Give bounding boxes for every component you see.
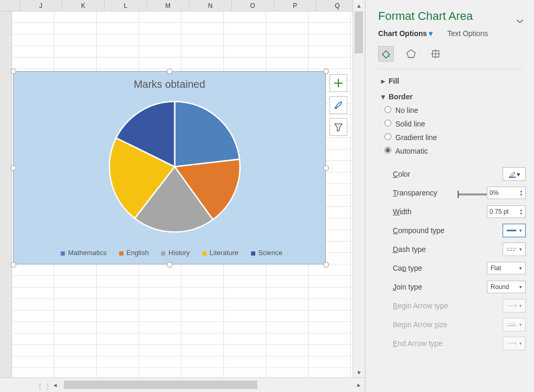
prop-cap: Cap type Flat▾ bbox=[393, 259, 534, 278]
section-fill[interactable]: ▸Fill bbox=[381, 77, 534, 85]
border-properties: Color ▾ Transparency 0%▲▼ Width 0.75 pt▲… bbox=[393, 165, 534, 353]
resize-handle[interactable] bbox=[167, 68, 173, 74]
fill-line-category[interactable] bbox=[378, 46, 394, 62]
end-arrow-type-button: ▾ bbox=[503, 337, 526, 350]
arrow-type-icon bbox=[506, 341, 517, 346]
expand-down-icon: ▾ bbox=[381, 93, 389, 101]
brush-icon bbox=[333, 100, 344, 110]
scroll-left-button[interactable]: ◂ bbox=[50, 380, 60, 389]
compound-line-icon bbox=[506, 228, 517, 233]
pencil-icon bbox=[508, 170, 517, 178]
dash-line-icon bbox=[506, 247, 517, 252]
radio-gradient-line[interactable]: Gradient line bbox=[384, 133, 534, 142]
prop-end-arrow-type: End Arrow type ▾ bbox=[393, 334, 534, 353]
chart-legend[interactable]: MathematicsEnglishHistoryLiteratureScien… bbox=[14, 249, 325, 257]
transparency-slider[interactable] bbox=[458, 193, 487, 195]
col-header-spacer bbox=[0, 0, 20, 11]
legend-item[interactable]: English bbox=[115, 249, 149, 257]
cap-type-select[interactable]: Flat▾ bbox=[487, 262, 526, 274]
prop-join: Join type Round▾ bbox=[393, 278, 534, 296]
col-header[interactable]: N bbox=[189, 0, 232, 11]
svg-rect-0 bbox=[335, 107, 337, 109]
arrow-size-icon bbox=[506, 322, 517, 327]
col-header[interactable]: K bbox=[62, 0, 105, 11]
panel-title: Format Chart Area bbox=[378, 9, 534, 23]
scroll-right-button[interactable]: ▸ bbox=[354, 380, 363, 389]
prop-compound: Compound type ▾ bbox=[393, 221, 534, 240]
legend-item[interactable]: Mathematics bbox=[56, 249, 107, 257]
svg-rect-2 bbox=[509, 177, 516, 178]
join-type-select[interactable]: Round▾ bbox=[487, 281, 526, 293]
radio-solid-line[interactable]: Solid line bbox=[384, 120, 534, 128]
resize-handle[interactable] bbox=[323, 68, 329, 74]
legend-item[interactable]: History bbox=[157, 249, 189, 257]
legend-item[interactable]: Literature bbox=[198, 249, 238, 257]
transparency-input[interactable]: 0%▲▼ bbox=[487, 187, 526, 199]
radio-no-line[interactable]: No line bbox=[384, 106, 534, 114]
prop-begin-arrow-type: Begin Arrow type ▾ bbox=[393, 296, 534, 315]
resize-handle[interactable] bbox=[10, 262, 16, 268]
prop-dash: Dash type ▾ bbox=[393, 240, 534, 259]
color-picker-button[interactable]: ▾ bbox=[503, 167, 526, 181]
panel-menu-button[interactable] bbox=[516, 18, 524, 26]
effects-category[interactable] bbox=[403, 46, 419, 62]
dash-type-button[interactable]: ▾ bbox=[503, 243, 526, 256]
chart-title[interactable]: Marks obtained bbox=[14, 78, 325, 90]
chart-filter-button[interactable] bbox=[330, 118, 347, 136]
prop-width: Width 0.75 pt▲▼ bbox=[393, 202, 534, 221]
prop-color: Color ▾ bbox=[393, 165, 534, 183]
scroll-thumb[interactable] bbox=[355, 11, 363, 53]
panel-category-icons bbox=[378, 46, 534, 63]
col-header[interactable]: L bbox=[105, 0, 147, 11]
begin-arrow-type-button: ▾ bbox=[503, 299, 526, 313]
resize-handle[interactable] bbox=[10, 165, 16, 171]
begin-arrow-size-button: ▾ bbox=[503, 318, 526, 331]
chart-add-button[interactable] bbox=[330, 74, 347, 92]
expand-right-icon: ▸ bbox=[381, 77, 389, 85]
pentagon-icon bbox=[405, 48, 417, 60]
compound-type-button[interactable]: ▾ bbox=[503, 224, 526, 237]
resize-handle[interactable] bbox=[10, 68, 16, 74]
chevron-down-icon bbox=[516, 19, 524, 24]
radio-automatic[interactable]: Automatic bbox=[384, 147, 534, 155]
chart-action-buttons bbox=[330, 74, 348, 140]
prop-transparency: Transparency 0%▲▼ bbox=[393, 183, 534, 202]
scroll-down-button[interactable]: ▾ bbox=[353, 367, 365, 377]
prop-begin-arrow-size: Begin Arrow size ▾ bbox=[393, 315, 534, 334]
arrow-type-icon bbox=[506, 303, 517, 308]
tab-text-options[interactable]: Text Options bbox=[447, 29, 488, 38]
col-header[interactable]: M bbox=[147, 0, 189, 11]
column-headers: J K L M N O P Q bbox=[0, 0, 365, 11]
pie-chart[interactable] bbox=[107, 99, 243, 235]
resize-handle[interactable] bbox=[167, 262, 173, 268]
funnel-icon bbox=[333, 122, 344, 132]
legend-item[interactable]: Science bbox=[247, 249, 282, 257]
col-header[interactable]: P bbox=[274, 0, 316, 11]
col-header[interactable]: J bbox=[20, 0, 62, 11]
size-category[interactable] bbox=[428, 46, 444, 62]
scroll-thumb[interactable] bbox=[64, 381, 257, 389]
size-icon bbox=[430, 48, 441, 60]
col-header[interactable]: O bbox=[232, 0, 274, 11]
spreadsheet-area: J K L M N O P Q Marks obtained Mathemati… bbox=[0, 0, 365, 392]
resize-handle[interactable] bbox=[323, 262, 329, 268]
format-chart-panel: Format Chart Area Chart Options ▾ Text O… bbox=[365, 0, 534, 392]
vertical-scrollbar[interactable]: ▴ ▾ bbox=[353, 0, 365, 377]
border-radio-group: No line Solid line Gradient line Automat… bbox=[384, 106, 534, 155]
section-border[interactable]: ▾Border bbox=[381, 93, 534, 101]
scroll-track[interactable] bbox=[63, 381, 353, 389]
scroll-up-button[interactable]: ▴ bbox=[353, 0, 365, 10]
width-input[interactable]: 0.75 pt▲▼ bbox=[487, 205, 526, 218]
tab-chart-options[interactable]: Chart Options ▾ bbox=[378, 29, 433, 38]
chevron-down-icon: ▾ bbox=[429, 29, 433, 38]
plus-icon bbox=[333, 78, 344, 88]
horizontal-scrollbar[interactable]: ⋮⋮ ◂ ▸ bbox=[0, 377, 365, 392]
resize-handle[interactable] bbox=[323, 165, 329, 171]
panel-tabs: Chart Options ▾ Text Options bbox=[378, 29, 534, 38]
chart-styles-button[interactable] bbox=[330, 96, 347, 114]
chart-object[interactable]: Marks obtained MathematicsEnglishHistory… bbox=[13, 71, 326, 264]
paint-bucket-icon bbox=[380, 48, 392, 60]
